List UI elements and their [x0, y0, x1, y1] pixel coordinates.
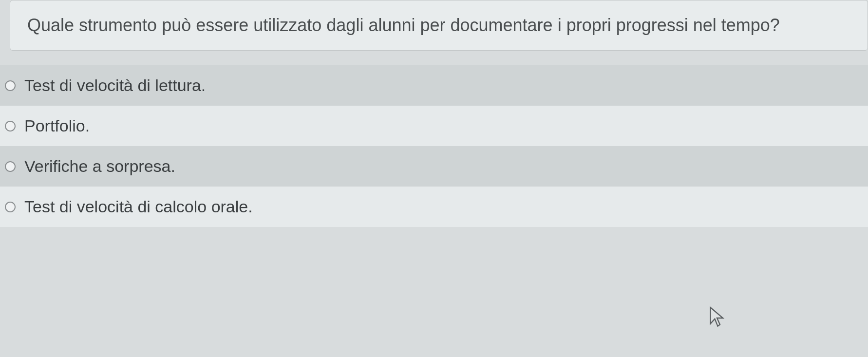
- option-row-3[interactable]: Test di velocità di calcolo orale.: [0, 187, 868, 227]
- option-row-1[interactable]: Portfolio.: [0, 106, 868, 146]
- radio-icon[interactable]: [5, 80, 16, 91]
- options-list: Test di velocità di lettura. Portfolio. …: [0, 65, 868, 227]
- question-text: Quale strumento può essere utilizzato da…: [27, 15, 780, 35]
- option-label: Test di velocità di lettura.: [24, 76, 206, 95]
- option-label: Verifiche a sorpresa.: [24, 157, 175, 176]
- option-row-2[interactable]: Verifiche a sorpresa.: [0, 146, 868, 187]
- option-label: Test di velocità di calcolo orale.: [24, 197, 253, 216]
- question-box: Quale strumento può essere utilizzato da…: [10, 0, 868, 51]
- radio-icon[interactable]: [5, 202, 16, 212]
- radio-icon[interactable]: [5, 121, 16, 132]
- radio-icon[interactable]: [5, 161, 16, 172]
- cursor-icon: [708, 306, 726, 335]
- option-row-0[interactable]: Test di velocità di lettura.: [0, 65, 868, 106]
- option-label: Portfolio.: [24, 116, 90, 135]
